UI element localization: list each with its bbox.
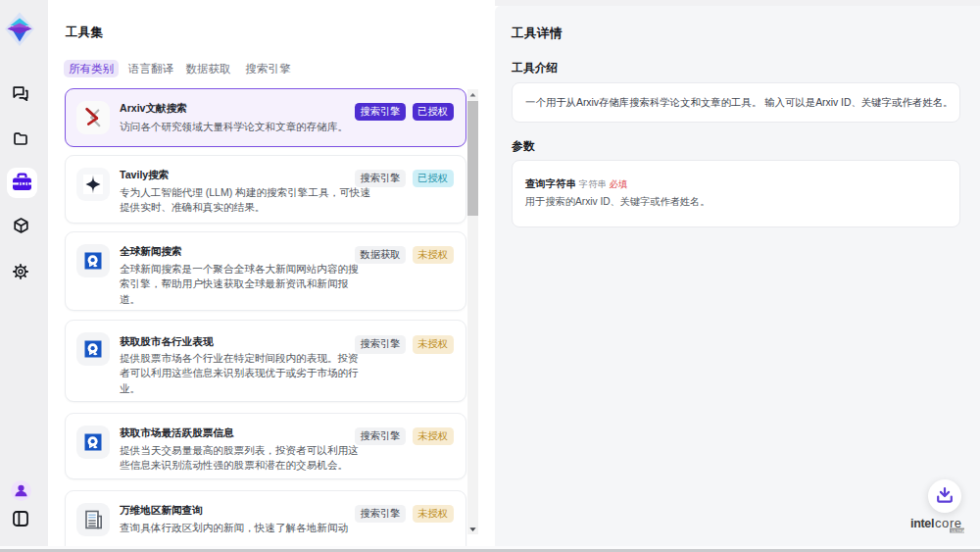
svg-text:ULTRA: ULTRA <box>952 528 965 533</box>
svg-text:intel: intel <box>910 517 934 530</box>
